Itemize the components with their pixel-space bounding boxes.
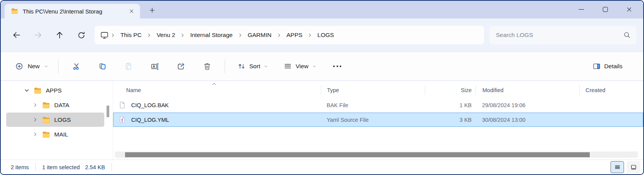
tree-item-label: APPS xyxy=(46,87,62,94)
chevron-right-icon xyxy=(146,33,152,38)
file-row-ciq-log-bak[interactable]: CIQ_LOG.BAK BAK File 1 KB 29/08/2024 19:… xyxy=(113,98,643,112)
sort-button-label: Sort xyxy=(249,63,260,70)
more-options-button[interactable] xyxy=(328,57,347,76)
thumbnail-view-icon xyxy=(630,164,637,171)
list-lines-icon xyxy=(284,62,292,71)
chevron-right-icon[interactable] xyxy=(31,131,39,137)
chevron-down-icon[interactable] xyxy=(22,87,31,94)
arrow-up-icon xyxy=(55,30,64,40)
selection-size: 2.54 KB xyxy=(85,164,105,170)
breadcrumb-item-venu2[interactable]: Venu 2 xyxy=(152,29,179,41)
share-button[interactable] xyxy=(172,57,190,76)
details-pane-button[interactable]: Details xyxy=(588,59,627,74)
ellipsis-icon xyxy=(333,66,341,67)
close-icon xyxy=(129,8,134,14)
tree-item-label: LOGS xyxy=(54,116,71,123)
column-header-modified[interactable]: Modified xyxy=(475,85,579,95)
tree-scrollbar-thumb[interactable] xyxy=(107,106,109,117)
tree-item-logs[interactable]: LOGS xyxy=(6,113,104,127)
chevron-down-icon xyxy=(312,64,317,69)
file-yaml-warning-icon xyxy=(118,116,126,124)
plus-icon xyxy=(149,7,155,13)
file-list: Name Type Size Modified Created CIQ_LOG.… xyxy=(113,81,643,160)
delete-button[interactable] xyxy=(198,57,216,76)
folder-icon xyxy=(42,116,50,124)
breadcrumb: This PC Venu 2 Internal Storage GARMIN A… xyxy=(95,26,484,44)
share-icon xyxy=(177,62,185,71)
search-icon xyxy=(623,31,631,39)
details-pane-label: Details xyxy=(604,63,622,70)
tab-close-button[interactable] xyxy=(126,6,137,17)
chevron-right-icon xyxy=(237,33,244,38)
up-button[interactable] xyxy=(52,27,68,43)
refresh-button[interactable] xyxy=(73,27,89,43)
breadcrumb-item-internal-storage[interactable]: Internal Storage xyxy=(186,29,237,41)
search-input[interactable] xyxy=(496,32,623,39)
new-button[interactable]: New xyxy=(10,59,53,74)
navigation-tree: APPS DATA LOGS MAIL xyxy=(1,81,113,160)
file-type: BAK File xyxy=(321,98,425,112)
search-box xyxy=(489,26,636,44)
file-explorer-window: This PC\Venu 2\Internal Storag xyxy=(0,0,644,175)
file-type: Yaml Source File xyxy=(321,113,425,127)
copy-button[interactable] xyxy=(93,57,112,76)
minimize-button[interactable] xyxy=(569,1,593,18)
maximize-icon xyxy=(603,7,608,12)
tree-item-apps[interactable]: APPS xyxy=(6,83,104,98)
file-generic-icon xyxy=(118,101,126,109)
tree-item-mail[interactable]: MAIL xyxy=(6,127,104,141)
file-row-ciq-log-yml[interactable]: CIQ_LOG.YML Yaml Source File 3 KB 30/08/… xyxy=(113,113,643,127)
column-header-name[interactable]: Name xyxy=(113,85,321,95)
chevron-down-icon xyxy=(44,64,48,69)
this-pc-icon xyxy=(99,31,110,40)
thumbnail-view-toggle[interactable] xyxy=(627,161,640,173)
breadcrumb-item-apps[interactable]: APPS xyxy=(282,29,307,41)
trash-icon xyxy=(203,62,212,71)
details-view-icon xyxy=(614,164,621,171)
horizontal-scrollbar[interactable] xyxy=(115,151,638,158)
tree-item-label: DATA xyxy=(54,102,69,109)
details-view-toggle[interactable] xyxy=(611,161,624,173)
rename-button[interactable] xyxy=(145,57,164,76)
plus-circle-icon xyxy=(15,62,23,71)
column-headers: Name Type Size Modified Created xyxy=(113,83,643,98)
content-area: APPS DATA LOGS MAIL xyxy=(1,81,643,160)
scissors-icon xyxy=(72,62,81,71)
column-header-size[interactable]: Size xyxy=(425,85,475,95)
selection-count: 1 item selected xyxy=(42,164,80,170)
sort-icon xyxy=(237,62,246,71)
file-created xyxy=(579,113,643,127)
new-tab-button[interactable] xyxy=(146,4,158,16)
close-window-button[interactable] xyxy=(617,1,641,18)
breadcrumb-item-logs[interactable]: LOGS xyxy=(313,29,338,41)
horizontal-scrollbar-thumb[interactable] xyxy=(125,152,590,157)
cut-button[interactable] xyxy=(67,57,85,76)
chevron-right-icon[interactable] xyxy=(31,102,39,108)
paste-button[interactable] xyxy=(119,57,138,76)
chevron-down-icon xyxy=(264,64,268,69)
column-header-type[interactable]: Type xyxy=(321,85,425,95)
tree-item-data[interactable]: DATA xyxy=(6,98,104,112)
status-divider xyxy=(35,163,36,171)
view-button-label: View xyxy=(295,63,308,70)
explorer-tab[interactable]: This PC\Venu 2\Internal Storag xyxy=(5,4,140,19)
forward-button[interactable] xyxy=(30,27,46,43)
minimize-icon xyxy=(579,9,584,10)
maximize-button[interactable] xyxy=(593,1,617,18)
sort-button[interactable]: Sort xyxy=(233,59,273,74)
breadcrumb-item-this-pc[interactable]: This PC xyxy=(116,29,146,41)
folder-icon xyxy=(11,7,18,15)
column-header-created[interactable]: Created xyxy=(579,85,643,95)
tree-item-label: MAIL xyxy=(54,131,68,138)
back-button[interactable] xyxy=(8,27,25,43)
tab-title: This PC\Venu 2\Internal Storag xyxy=(23,8,122,15)
status-bar: 2 items 1 item selected 2.54 KB xyxy=(1,160,643,174)
breadcrumb-item-garmin[interactable]: GARMIN xyxy=(244,29,276,41)
copy-icon xyxy=(98,62,107,71)
folder-icon xyxy=(42,101,50,109)
chevron-right-icon xyxy=(276,33,282,38)
command-toolbar: New Sort View xyxy=(1,52,643,81)
chevron-right-icon[interactable] xyxy=(31,117,39,123)
view-button[interactable]: View xyxy=(279,59,321,74)
items-count: 2 items xyxy=(11,164,29,170)
